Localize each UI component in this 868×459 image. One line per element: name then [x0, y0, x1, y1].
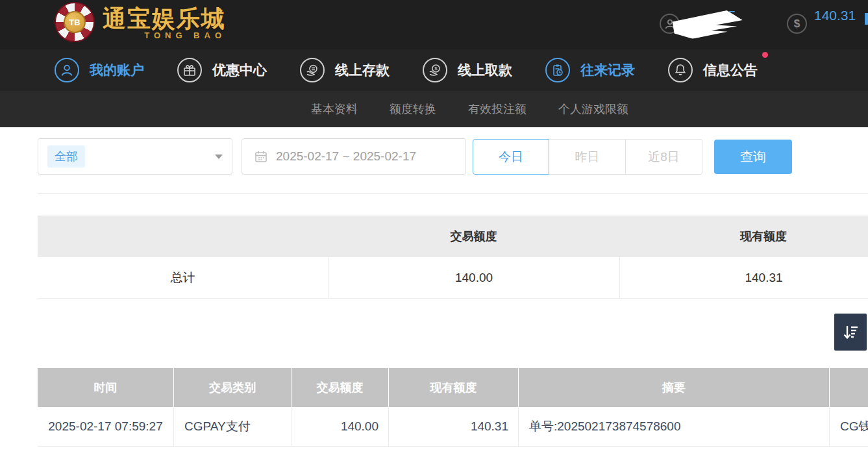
subnav-item-valid-bets[interactable]: 有效投注额	[468, 101, 527, 117]
nav-label: 线上存款	[335, 61, 390, 79]
cell-time: 2025-02-17 07:59:27	[38, 407, 173, 446]
nav-label: 往来记录	[580, 61, 635, 79]
logo-text: 通宝娱乐城 TONG BAO	[103, 5, 226, 40]
transactions-table-header: 时间 交易类别 交易额度 现有额度 摘要 备注	[38, 368, 868, 407]
summary-table: 交易额度 现有额度 总计 140.00 140.31	[38, 216, 868, 299]
summary-table-header: 交易额度 现有额度	[38, 216, 868, 257]
nav-label: 我的账户	[90, 61, 144, 79]
gift-icon	[177, 58, 202, 82]
balance-amount[interactable]: 140.31	[814, 8, 856, 23]
main-navbar: 我的账户 优惠中心 线上存款	[0, 49, 868, 91]
th-current-amount: 现有额度	[388, 368, 518, 407]
summary-trade-amount: 140.00	[328, 257, 619, 298]
sort-descending-icon	[841, 323, 860, 341]
cell-trade-amount: 140.00	[291, 407, 388, 446]
th-time: 时间	[38, 368, 173, 407]
subnav-item-credit-transfer[interactable]: 额度转换	[390, 101, 436, 117]
person-icon	[55, 58, 79, 82]
site-logo[interactable]: TB 通宝娱乐城 TONG BAO	[55, 2, 226, 42]
top-header: TB 通宝娱乐城 TONG BAO 25 $ 140.31	[0, 0, 868, 49]
cell-remark: CG钱包	[829, 407, 868, 446]
nav-label: 线上取款	[458, 61, 512, 79]
nav-item-online-withdraw[interactable]: $ 线上取款	[423, 58, 512, 82]
summary-current-amount: 140.31	[619, 257, 868, 298]
transactions-table: 时间 交易类别 交易额度 现有额度 摘要 备注 2025-02-17 07:59…	[38, 368, 868, 447]
chevron-down-icon	[215, 155, 223, 159]
date-range-value: 2025-02-17 ~ 2025-02-17	[276, 149, 416, 164]
nav-label: 优惠中心	[212, 61, 267, 79]
subnav-item-basic-info[interactable]: 基本资料	[311, 101, 358, 117]
summary-header-current-amount: 现有额度	[619, 216, 868, 257]
summary-header-empty	[38, 216, 328, 257]
nav-label: 信息公告	[703, 61, 758, 79]
nav-item-promotions[interactable]: 优惠中心	[177, 58, 267, 82]
site-subtitle: TONG BAO	[103, 31, 226, 40]
summary-total-label: 总计	[38, 257, 328, 298]
deposit-coin-hand-icon	[300, 58, 325, 82]
clipped-text-fragment	[865, 13, 868, 25]
nav-item-my-account[interactable]: 我的账户	[55, 58, 144, 82]
summary-header-trade-amount: 交易额度	[328, 216, 619, 257]
th-type: 交易类别	[173, 368, 291, 407]
cell-summary: 单号:202502173874578600	[518, 407, 829, 446]
chip-monogram: TB	[64, 11, 86, 33]
range-button-yesterday[interactable]: 昨日	[549, 139, 626, 175]
query-button[interactable]: 查询	[714, 140, 792, 174]
poker-chip-icon: TB	[55, 2, 95, 42]
clipboard-clock-icon	[545, 58, 570, 82]
section-divider	[38, 193, 868, 194]
site-title: 通宝娱乐城	[103, 5, 226, 31]
table-row: 2025-02-17 07:59:27 CGPAY支付 140.00 140.3…	[38, 407, 868, 447]
nav-item-online-deposit[interactable]: 线上存款	[300, 58, 390, 82]
th-summary: 摘要	[518, 368, 829, 407]
th-trade-amount: 交易额度	[291, 368, 388, 407]
bell-icon	[668, 58, 693, 82]
cell-type: CGPAY支付	[173, 407, 291, 446]
page: TB 通宝娱乐城 TONG BAO 25 $ 140.31 我的账户	[0, 0, 868, 459]
summary-total-row: 总计 140.00 140.31	[38, 257, 868, 299]
calendar-icon	[254, 149, 268, 164]
date-range-input[interactable]: 2025-02-17 ~ 2025-02-17	[242, 138, 466, 175]
sort-descending-button[interactable]	[834, 314, 867, 351]
dollar-balance-icon[interactable]: $	[787, 14, 807, 34]
subnav-item-game-limits[interactable]: 个人游戏限额	[558, 101, 628, 117]
transaction-type-select[interactable]: 全部	[38, 138, 232, 175]
nav-item-transaction-records[interactable]: 往来记录	[545, 58, 635, 82]
range-button-today[interactable]: 今日	[473, 139, 549, 175]
nav-item-announcements[interactable]: 信息公告	[668, 58, 758, 82]
account-subnav: 基本资料 额度转换 有效投注额 个人游戏限额	[0, 91, 868, 127]
withdraw-dollar-hand-icon: $	[423, 58, 447, 82]
svg-text:$: $	[434, 66, 438, 71]
redaction-scribble	[672, 10, 743, 40]
th-remark: 备注	[829, 368, 868, 407]
selected-type-chip: 全部	[47, 145, 85, 167]
range-button-last8days[interactable]: 近8日	[626, 139, 702, 175]
cell-current-amount: 140.31	[388, 407, 518, 446]
quick-range-group: 今日 昨日 近8日	[473, 139, 702, 175]
notification-dot	[762, 52, 768, 58]
